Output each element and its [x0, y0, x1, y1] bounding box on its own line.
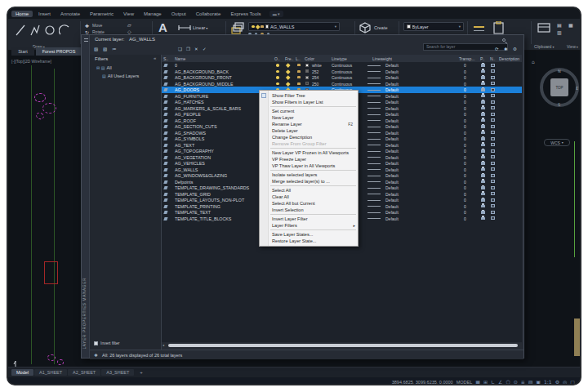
transparency-value[interactable]: 0	[464, 69, 466, 74]
panel-label-clipboard[interactable]: Clipboard▾	[534, 44, 554, 49]
viewcube-north-label[interactable]: N	[558, 69, 561, 74]
vp-freeze-icon[interactable]	[491, 88, 495, 91]
lock-icon[interactable]	[297, 82, 301, 85]
dimension-icon[interactable]	[178, 24, 191, 32]
menu-item-invert-layer-filter[interactable]: Invert Layer Filter	[260, 216, 358, 222]
transparency-value[interactable]: 0	[464, 204, 466, 209]
vp-freeze-icon[interactable]	[491, 100, 495, 104]
vp-freeze-icon[interactable]	[491, 162, 495, 165]
vp-freeze-icon[interactable]	[491, 167, 495, 171]
menu-item-isolate-selected-layers[interactable]: Isolate selected layers	[260, 172, 358, 178]
set-current-icon[interactable]: ✓	[203, 47, 207, 51]
menu-item-select-all-but-current[interactable]: Select All but Current	[260, 200, 358, 207]
menu-item-save-layer-states[interactable]: Save Layer States...	[260, 231, 358, 238]
vp-freeze-icon[interactable]	[491, 155, 495, 158]
color-swatch[interactable]	[305, 76, 309, 79]
plot-icon[interactable]	[481, 76, 485, 79]
transparency-value[interactable]: 0	[464, 82, 466, 87]
lineweight-sample-icon[interactable]	[474, 30, 484, 31]
lineweight-value[interactable]: Default	[385, 192, 399, 197]
plot-icon[interactable]	[481, 168, 485, 172]
transparency-value[interactable]: 0	[464, 63, 466, 68]
bulb-on-icon[interactable]	[276, 64, 279, 67]
modify-tool-move[interactable]: ✚Move	[85, 22, 105, 29]
lineweight-value[interactable]: Default	[385, 118, 399, 123]
panel-label-view[interactable]: View▾	[567, 44, 578, 49]
mirror-icon[interactable]: ◇	[127, 29, 133, 34]
plot-icon[interactable]	[481, 125, 485, 128]
transparency-value[interactable]: 0	[464, 192, 466, 197]
transparency-value[interactable]: 0	[464, 167, 466, 172]
plot-icon[interactable]	[481, 162, 485, 165]
column-header-s[interactable]: S..	[163, 56, 168, 61]
lineweight-value[interactable]: Default	[385, 180, 399, 185]
transparency-value[interactable]: 0	[464, 136, 466, 141]
transparency-value[interactable]: 0	[464, 173, 466, 178]
ribbon-tab-annotate[interactable]: Annotate	[56, 11, 84, 17]
vp-freeze-icon[interactable]	[491, 211, 495, 214]
layer-row-ag-background-middle[interactable]: AG_BACKGROUND_MIDDLE250ContinuousDefault…	[162, 81, 522, 87]
layout-tab-a1-sheet[interactable]: A1_SHEET	[34, 369, 67, 376]
viewport-tool-icon[interactable]: ▥	[557, 29, 563, 35]
snap-icon[interactable]: ⊞	[483, 378, 488, 385]
column-header-name[interactable]: Name	[175, 56, 185, 61]
bulb-on-icon[interactable]	[276, 76, 279, 79]
menu-item-invert-selection[interactable]: Invert Selection	[260, 207, 358, 213]
settings-gear-icon[interactable]: ⚙	[513, 47, 517, 51]
viewcube-home-icon[interactable]: ⌂	[532, 59, 535, 65]
lock-icon[interactable]	[297, 76, 301, 78]
selection-cycling-icon[interactable]: ▣	[536, 378, 541, 385]
delete-layer-icon[interactable]: ✕	[194, 47, 198, 51]
lineweight-value[interactable]: Default	[385, 124, 399, 129]
lineweight-value[interactable]: Default	[385, 69, 399, 74]
create-block-label[interactable]: Create	[374, 25, 388, 30]
scroll-left-arrow[interactable]: ◂	[163, 343, 164, 347]
column-header-description[interactable]: Description	[499, 56, 519, 61]
isolate-objects-icon[interactable]: ◎	[563, 378, 567, 385]
tree-item-all-used-layers[interactable]: ▤All Used Layers	[102, 74, 139, 78]
model-space-label[interactable]: MODEL	[457, 380, 473, 385]
column-header-transp[interactable]: Transp...	[459, 56, 475, 61]
color-swatch[interactable]	[305, 64, 309, 67]
lineweight-value[interactable]: Default	[385, 167, 399, 172]
lock-icon[interactable]	[297, 70, 301, 73]
color-control-dropdown[interactable]: ByLayer ▾	[403, 22, 464, 31]
transparency-value[interactable]: 0	[464, 118, 466, 123]
lineweight-value[interactable]: Default	[385, 63, 399, 68]
osnap-icon[interactable]: ⊙	[514, 378, 518, 385]
menu-item-select-all[interactable]: Select All	[260, 187, 358, 194]
vp-freeze-icon[interactable]	[491, 64, 495, 67]
vp-freeze-icon[interactable]	[491, 82, 495, 85]
sun-freeze-icon[interactable]	[286, 82, 290, 86]
plot-icon[interactable]	[481, 95, 485, 98]
refresh-icon[interactable]: ⟳	[495, 47, 499, 51]
plot-icon[interactable]	[481, 100, 485, 104]
create-block-icon[interactable]	[359, 22, 372, 34]
menu-item-clear-all[interactable]: Clear All	[260, 194, 358, 200]
transparency-value[interactable]: 0	[464, 100, 466, 105]
isodraft-icon[interactable]: ⬡	[506, 378, 510, 385]
lineweight-value[interactable]: Default	[385, 198, 399, 203]
column-header-lineweight[interactable]: Lineweight	[372, 56, 392, 61]
viewcube-east-label[interactable]: E	[576, 86, 578, 91]
arc-icon[interactable]	[59, 23, 70, 38]
lineweight-value[interactable]: Default	[385, 161, 399, 166]
vp-freeze-icon[interactable]	[491, 118, 495, 122]
transparency-value[interactable]: 0	[464, 198, 466, 203]
vp-freeze-icon[interactable]	[491, 192, 495, 195]
plot-icon[interactable]	[481, 193, 485, 196]
color-swatch[interactable]	[305, 82, 309, 85]
transparency-value[interactable]: 0	[464, 124, 466, 129]
layout-tab-model[interactable]: Model	[11, 369, 33, 376]
lineweight-value[interactable]: Default	[385, 185, 399, 190]
transparency-value[interactable]: 0	[464, 87, 466, 92]
menu-item-show-filter-tree[interactable]: Show Filter Tree	[260, 92, 358, 99]
plot-icon[interactable]	[481, 198, 485, 202]
ribbon-tab-parametric[interactable]: Parametric	[86, 11, 118, 17]
vp-freeze-icon[interactable]	[491, 76, 495, 79]
bulb-on-icon[interactable]	[276, 70, 279, 74]
plot-icon[interactable]	[481, 131, 485, 135]
transparency-value[interactable]: 0	[464, 185, 466, 190]
viewcube[interactable]: N E S TOP	[537, 65, 581, 111]
lineweight-value[interactable]: Default	[385, 100, 399, 105]
